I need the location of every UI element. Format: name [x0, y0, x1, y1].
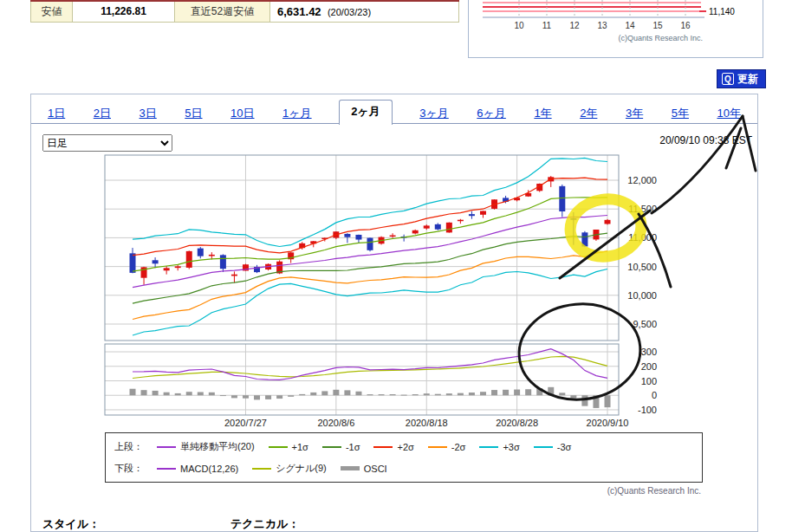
- chart-legend: 上段： 単純移動平均(20)+1σ-1σ+2σ-2σ+3σ-3σ 下段： MAC…: [105, 432, 703, 483]
- legend-item: シグナル(9): [252, 462, 326, 475]
- legend-label: +3σ: [503, 442, 519, 452]
- legend-swatch: [428, 446, 447, 448]
- mini-chart-panel: 1011121314151611,140(c)Quants Research I…: [468, 0, 763, 58]
- period-tab-1ヶ月[interactable]: 1ヶ月: [282, 103, 313, 124]
- table-row: 安値 11,226.81 直近52週安値 6,631.42 (20/03/23): [31, 1, 459, 22]
- legend-item: -1σ: [322, 442, 360, 452]
- page: 安値 11,226.81 直近52週安値 6,631.42 (20/03/23)…: [0, 0, 792, 532]
- legend-item: +1σ: [269, 442, 308, 452]
- legend-label: シグナル(9): [276, 462, 326, 475]
- svg-text:12: 12: [569, 21, 580, 30]
- legend-upper-label: 上段：: [114, 440, 143, 453]
- period-tab-3ヶ月[interactable]: 3ヶ月: [419, 103, 450, 124]
- legend-item: -2σ: [428, 442, 466, 452]
- chart-panel: 1日2日3日5日10日1ヶ月2ヶ月3ヶ月6ヶ月1年2年3年5年10年 日足 20…: [30, 94, 758, 532]
- chart-copyright: (c)Quants Research Inc.: [607, 486, 701, 496]
- legend-item: 単純移動平均(20): [157, 440, 255, 453]
- svg-text:11,140: 11,140: [709, 7, 735, 16]
- svg-text:2020/8/28: 2020/8/28: [496, 418, 538, 428]
- period-tab-1日[interactable]: 1日: [47, 103, 66, 124]
- legend-swatch: [157, 468, 176, 470]
- legend-swatch: [157, 446, 176, 448]
- refresh-button[interactable]: Q 更新: [717, 69, 766, 88]
- chart-timestamp: 20/09/10 09:38 EST: [659, 134, 752, 146]
- period-tab-3年[interactable]: 3年: [625, 103, 644, 124]
- period-tab-5日[interactable]: 5日: [184, 103, 203, 124]
- svg-text:10,000: 10,000: [627, 290, 657, 301]
- svg-text:2020/9/10: 2020/9/10: [587, 418, 629, 428]
- period-tab-2日[interactable]: 2日: [93, 103, 112, 124]
- refresh-icon: Q: [722, 73, 734, 85]
- 52week-low-value: 6,631.42: [277, 5, 321, 18]
- legend-upper-row: 上段： 単純移動平均(20)+1σ-1σ+2σ-2σ+3σ-3σ: [114, 440, 693, 453]
- legend-lower-label: 下段：: [114, 462, 143, 475]
- period-tab-bar: 1日2日3日5日10日1ヶ月2ヶ月3ヶ月6ヶ月1年2年3年5年10年: [31, 101, 757, 124]
- 52week-low-label: 直近52週安値: [175, 1, 270, 22]
- legend-item: +2σ: [373, 442, 413, 452]
- legend-item: -3σ: [534, 442, 572, 452]
- svg-text:0: 0: [652, 390, 657, 400]
- 52week-low-value-cell: 6,631.42 (20/03/23): [270, 1, 459, 22]
- svg-text:9,500: 9,500: [633, 319, 657, 329]
- period-tab-10年[interactable]: 10年: [716, 103, 741, 124]
- svg-text:11,000: 11,000: [628, 232, 657, 243]
- period-tab-6ヶ月[interactable]: 6ヶ月: [476, 103, 507, 124]
- legend-label: +1σ: [292, 442, 308, 452]
- period-tab-2ヶ月[interactable]: 2ヶ月: [339, 100, 393, 125]
- main-chart-svg: 12,00011,50011,00010,50010,0009,50030020…: [31, 146, 759, 437]
- svg-text:100: 100: [641, 376, 657, 386]
- period-tab-1年[interactable]: 1年: [533, 103, 552, 124]
- svg-text:16: 16: [680, 21, 691, 30]
- osci-bars-layer: [130, 387, 611, 408]
- low-price-value: 11,226.81: [73, 1, 175, 22]
- grid-layer: 12,00011,50011,00010,50010,0009,50030020…: [105, 155, 657, 428]
- macd-lines-layer: [133, 349, 607, 380]
- legend-label: MACD(12,26): [180, 464, 238, 474]
- legend-swatch: [322, 446, 341, 448]
- legend-swatch: [341, 466, 360, 470]
- svg-text:-100: -100: [638, 405, 657, 415]
- price-stats-table: 安値 11,226.81 直近52週安値 6,631.42 (20/03/23): [30, 0, 459, 23]
- technical-section-label: テクニカル：: [230, 516, 300, 532]
- svg-text:11: 11: [542, 21, 552, 30]
- svg-text:2020/8/18: 2020/8/18: [406, 418, 448, 428]
- svg-text:11,500: 11,500: [628, 204, 657, 214]
- svg-text:14: 14: [625, 21, 635, 30]
- period-tab-2年[interactable]: 2年: [579, 103, 598, 124]
- legend-swatch: [534, 446, 553, 448]
- svg-text:200: 200: [641, 361, 657, 372]
- legend-label: -2σ: [451, 442, 466, 452]
- 52week-low-date: (20/03/23): [328, 7, 371, 17]
- svg-text:15: 15: [652, 21, 663, 30]
- legend-item: +3σ: [479, 442, 519, 452]
- svg-text:(c)Quants Research Inc.: (c)Quants Research Inc.: [618, 34, 703, 42]
- style-section-label: スタイル：: [42, 516, 100, 532]
- svg-text:300: 300: [641, 347, 657, 357]
- svg-text:2020/8/6: 2020/8/6: [317, 418, 354, 428]
- svg-text:10: 10: [514, 21, 524, 30]
- svg-text:13: 13: [597, 21, 607, 30]
- period-tab-5年[interactable]: 5年: [671, 103, 690, 124]
- legend-label: -1σ: [346, 442, 360, 452]
- legend-swatch: [269, 446, 288, 448]
- legend-swatch: [252, 468, 271, 470]
- legend-item: OSCI: [341, 464, 387, 474]
- mini-chart-svg: 1011121314151611,140(c)Quants Research I…: [469, 0, 763, 56]
- period-tab-10日[interactable]: 10日: [230, 103, 255, 124]
- refresh-button-label: 更新: [737, 72, 758, 87]
- legend-label: OSCI: [364, 464, 387, 474]
- low-price-label: 安値: [31, 1, 73, 22]
- svg-text:12,000: 12,000: [627, 175, 657, 185]
- legend-label: -3σ: [557, 442, 572, 452]
- legend-label: 単純移動平均(20): [180, 440, 255, 453]
- legend-swatch: [373, 446, 393, 448]
- legend-label: +2σ: [397, 442, 413, 452]
- svg-text:10,500: 10,500: [627, 262, 657, 272]
- legend-swatch: [479, 446, 498, 448]
- period-tab-3日[interactable]: 3日: [139, 103, 158, 124]
- legend-item: MACD(12,26): [157, 464, 238, 474]
- legend-lower-row: 下段： MACD(12,26)シグナル(9)OSCI: [114, 462, 693, 475]
- svg-text:2020/7/27: 2020/7/27: [224, 418, 267, 428]
